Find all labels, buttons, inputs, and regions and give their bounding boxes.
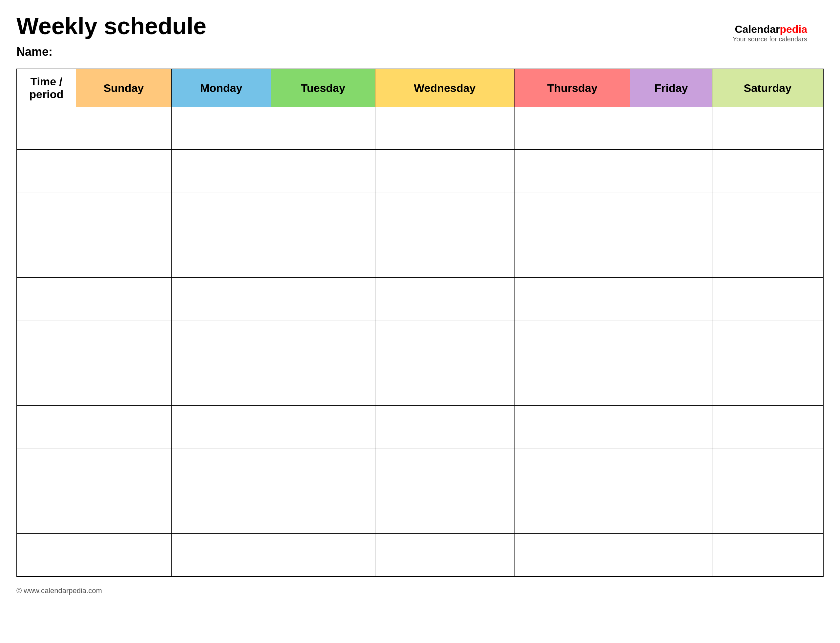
- table-cell[interactable]: [17, 193, 76, 235]
- table-cell[interactable]: [712, 107, 823, 150]
- table-cell[interactable]: [76, 534, 172, 576]
- table-cell[interactable]: [17, 534, 76, 576]
- table-cell[interactable]: [712, 278, 823, 320]
- table-cell[interactable]: [271, 278, 375, 320]
- table-cell[interactable]: [712, 150, 823, 193]
- table-cell[interactable]: [76, 235, 172, 278]
- table-cell[interactable]: [76, 278, 172, 320]
- table-cell[interactable]: [271, 193, 375, 235]
- table-cell[interactable]: [172, 491, 271, 534]
- table-cell[interactable]: [712, 491, 823, 534]
- table-cell[interactable]: [712, 534, 823, 576]
- table-cell[interactable]: [271, 107, 375, 150]
- table-cell[interactable]: [375, 278, 514, 320]
- logo-subtitle: Your source for calendars: [733, 36, 807, 43]
- table-cell[interactable]: [375, 107, 514, 150]
- table-cell[interactable]: [375, 448, 514, 491]
- table-row: [17, 491, 823, 534]
- table-cell[interactable]: [76, 193, 172, 235]
- table-row: [17, 150, 823, 193]
- table-cell[interactable]: [630, 150, 712, 193]
- table-cell[interactable]: [630, 193, 712, 235]
- table-cell[interactable]: [17, 363, 76, 406]
- table-cell[interactable]: [271, 534, 375, 576]
- table-cell[interactable]: [76, 491, 172, 534]
- table-row: [17, 193, 823, 235]
- table-cell[interactable]: [17, 235, 76, 278]
- table-cell[interactable]: [172, 193, 271, 235]
- table-cell[interactable]: [76, 406, 172, 448]
- table-cell[interactable]: [375, 320, 514, 363]
- header: Weekly schedule Name:: [16, 13, 824, 59]
- table-cell[interactable]: [271, 448, 375, 491]
- table-cell[interactable]: [514, 491, 630, 534]
- table-cell[interactable]: [712, 448, 823, 491]
- table-cell[interactable]: [514, 150, 630, 193]
- schedule-table: Time / period Sunday Monday Tuesday Wedn…: [16, 69, 824, 577]
- table-cell[interactable]: [172, 320, 271, 363]
- table-cell[interactable]: [271, 363, 375, 406]
- table-cell[interactable]: [630, 235, 712, 278]
- table-cell[interactable]: [76, 448, 172, 491]
- table-cell[interactable]: [630, 534, 712, 576]
- table-cell[interactable]: [375, 150, 514, 193]
- table-cell[interactable]: [172, 534, 271, 576]
- table-cell[interactable]: [375, 491, 514, 534]
- table-cell[interactable]: [271, 491, 375, 534]
- table-cell[interactable]: [172, 107, 271, 150]
- table-cell[interactable]: [712, 320, 823, 363]
- table-cell[interactable]: [172, 448, 271, 491]
- table-row: [17, 320, 823, 363]
- table-cell[interactable]: [172, 150, 271, 193]
- table-cell[interactable]: [76, 320, 172, 363]
- table-cell[interactable]: [172, 235, 271, 278]
- table-cell[interactable]: [514, 363, 630, 406]
- table-cell[interactable]: [712, 235, 823, 278]
- header-friday: Friday: [630, 69, 712, 107]
- table-cell[interactable]: [17, 150, 76, 193]
- table-cell[interactable]: [17, 107, 76, 150]
- table-cell[interactable]: [514, 193, 630, 235]
- table-cell[interactable]: [17, 320, 76, 363]
- table-cell[interactable]: [514, 534, 630, 576]
- table-cell[interactable]: [712, 363, 823, 406]
- table-cell[interactable]: [271, 150, 375, 193]
- table-cell[interactable]: [76, 107, 172, 150]
- table-cell[interactable]: [17, 278, 76, 320]
- table-cell[interactable]: [271, 406, 375, 448]
- table-cell[interactable]: [271, 235, 375, 278]
- table-cell[interactable]: [375, 363, 514, 406]
- table-cell[interactable]: [630, 320, 712, 363]
- table-cell[interactable]: [375, 235, 514, 278]
- table-cell[interactable]: [172, 363, 271, 406]
- table-cell[interactable]: [375, 406, 514, 448]
- table-cell[interactable]: [712, 193, 823, 235]
- table-cell[interactable]: [172, 278, 271, 320]
- table-cell[interactable]: [630, 363, 712, 406]
- table-cell[interactable]: [76, 363, 172, 406]
- table-cell[interactable]: [172, 406, 271, 448]
- logo-calendar: Calendar: [735, 23, 780, 35]
- table-cell[interactable]: [271, 320, 375, 363]
- name-label: Name:: [16, 45, 824, 59]
- table-cell[interactable]: [514, 235, 630, 278]
- table-cell[interactable]: [17, 448, 76, 491]
- table-cell[interactable]: [712, 406, 823, 448]
- table-cell[interactable]: [514, 278, 630, 320]
- table-cell[interactable]: [76, 150, 172, 193]
- table-cell[interactable]: [630, 107, 712, 150]
- table-cell[interactable]: [17, 406, 76, 448]
- table-cell[interactable]: [514, 448, 630, 491]
- table-cell[interactable]: [514, 107, 630, 150]
- table-header-row: Time / period Sunday Monday Tuesday Wedn…: [17, 69, 823, 107]
- header-thursday: Thursday: [514, 69, 630, 107]
- table-cell[interactable]: [630, 278, 712, 320]
- table-cell[interactable]: [514, 320, 630, 363]
- table-cell[interactable]: [17, 491, 76, 534]
- table-cell[interactable]: [630, 406, 712, 448]
- table-cell[interactable]: [375, 534, 514, 576]
- table-cell[interactable]: [630, 448, 712, 491]
- table-cell[interactable]: [630, 491, 712, 534]
- table-cell[interactable]: [514, 406, 630, 448]
- table-cell[interactable]: [375, 193, 514, 235]
